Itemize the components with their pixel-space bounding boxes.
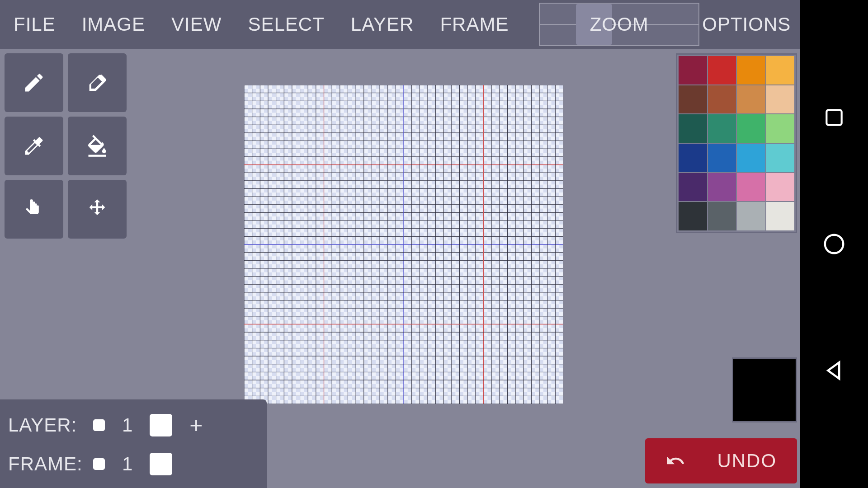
- svg-rect-3578: [360, 260, 364, 264]
- color-swatch-0[interactable]: [679, 56, 707, 84]
- tool-eyedropper[interactable]: [5, 117, 63, 175]
- color-swatch-19[interactable]: [766, 173, 795, 202]
- svg-rect-4024: [288, 288, 292, 292]
- menu-frame[interactable]: FRAME: [440, 14, 509, 35]
- menu-view[interactable]: VIEW: [171, 14, 222, 35]
- svg-rect-258: [439, 93, 443, 97]
- tool-select[interactable]: [5, 180, 63, 239]
- tool-eraser[interactable]: [68, 53, 127, 112]
- color-swatch-10[interactable]: [737, 114, 765, 143]
- svg-rect-1016: [352, 137, 356, 141]
- svg-rect-2212: [504, 192, 508, 197]
- color-swatch-2[interactable]: [737, 56, 765, 84]
- color-swatch-8[interactable]: [679, 114, 707, 143]
- svg-rect-709: [380, 117, 384, 121]
- color-swatch-13[interactable]: [708, 144, 736, 172]
- color-swatch-18[interactable]: [737, 173, 765, 202]
- menu-select[interactable]: SELECT: [248, 14, 324, 35]
- color-swatch-5[interactable]: [708, 85, 736, 114]
- menu-image[interactable]: IMAGE: [82, 14, 145, 35]
- svg-rect-1348: [376, 153, 380, 157]
- svg-rect-4437: [476, 300, 480, 305]
- svg-rect-3206: [256, 244, 260, 249]
- recent-apps-button[interactable]: [821, 104, 848, 131]
- svg-rect-152: [543, 89, 547, 93]
- svg-rect-1736: [511, 169, 515, 173]
- svg-rect-3070: [304, 236, 308, 240]
- color-swatch-7[interactable]: [766, 85, 795, 114]
- svg-rect-4779: [515, 320, 519, 324]
- svg-rect-4126: [495, 284, 500, 288]
- svg-rect-155: [547, 89, 552, 93]
- svg-rect-1288: [256, 153, 260, 157]
- color-swatch-15[interactable]: [766, 144, 795, 172]
- svg-rect-5879: [476, 376, 480, 380]
- svg-rect-2496: [432, 209, 436, 213]
- svg-rect-5357: [396, 348, 400, 352]
- color-swatch-21[interactable]: [708, 202, 736, 230]
- svg-rect-2181: [443, 188, 448, 192]
- layer-visibility-toggle[interactable]: [93, 419, 105, 431]
- color-swatch-14[interactable]: [737, 144, 765, 172]
- svg-rect-2620: [360, 216, 364, 221]
- svg-rect-1131: [260, 145, 264, 149]
- svg-rect-3640: [480, 264, 484, 268]
- svg-rect-5726: [495, 364, 500, 368]
- svg-rect-5081: [484, 332, 488, 336]
- color-swatch-9[interactable]: [708, 114, 736, 143]
- svg-rect-1809: [340, 173, 344, 177]
- back-button[interactable]: [821, 357, 848, 384]
- color-swatch-4[interactable]: [679, 85, 707, 114]
- tool-pencil[interactable]: [5, 53, 63, 112]
- color-swatch-17[interactable]: [708, 173, 736, 202]
- svg-rect-2801: [404, 221, 408, 225]
- color-swatch-23[interactable]: [766, 202, 795, 230]
- color-swatch-22[interactable]: [737, 202, 765, 230]
- frame-thumbnail[interactable]: [150, 453, 172, 475]
- color-swatch-16[interactable]: [679, 173, 707, 202]
- menu-options[interactable]: OPTIONS: [702, 14, 791, 35]
- svg-rect-3312: [463, 249, 467, 253]
- svg-rect-5686: [415, 364, 420, 368]
- zoom-slider[interactable]: ZOOM: [539, 3, 699, 46]
- color-swatch-12[interactable]: [679, 144, 707, 172]
- tool-move[interactable]: [68, 180, 127, 239]
- svg-rect-5577: [515, 356, 519, 360]
- svg-rect-3091: [340, 240, 344, 244]
- svg-rect-1529: [420, 157, 424, 161]
- home-button[interactable]: [821, 230, 848, 258]
- svg-rect-4717: [396, 316, 400, 320]
- svg-rect-5104: [528, 336, 532, 340]
- svg-rect-2651: [420, 216, 424, 221]
- svg-rect-2507: [452, 209, 456, 213]
- svg-rect-290: [504, 93, 508, 97]
- svg-rect-934: [511, 125, 515, 129]
- svg-rect-4169: [260, 292, 264, 296]
- svg-rect-4323: [244, 304, 248, 308]
- menu-file[interactable]: FILE: [14, 14, 56, 35]
- svg-rect-1431: [539, 153, 543, 157]
- svg-rect-2250: [264, 197, 268, 201]
- color-swatch-11[interactable]: [766, 114, 795, 143]
- svg-rect-3534: [272, 260, 276, 264]
- current-color-preview[interactable]: [732, 357, 797, 422]
- menu-layer[interactable]: LAYER: [351, 14, 414, 35]
- svg-rect-1163: [324, 145, 328, 149]
- pixel-canvas[interactable]: [244, 85, 563, 404]
- svg-rect-581: [443, 109, 448, 113]
- svg-rect-671: [300, 121, 304, 125]
- layer-thumbnail[interactable]: [150, 414, 172, 436]
- color-swatch-3[interactable]: [766, 56, 795, 84]
- undo-button[interactable]: UNDO: [645, 438, 797, 483]
- svg-rect-1441: [244, 157, 248, 161]
- color-swatch-20[interactable]: [679, 202, 707, 230]
- svg-rect-1142: [288, 141, 292, 145]
- frame-visibility-toggle[interactable]: [93, 458, 105, 470]
- color-swatch-1[interactable]: [708, 56, 736, 84]
- svg-rect-4578: [439, 308, 443, 312]
- svg-rect-3556: [312, 264, 316, 268]
- svg-rect-5014: [352, 332, 356, 336]
- color-swatch-6[interactable]: [737, 85, 765, 114]
- tool-bucket[interactable]: [68, 117, 127, 175]
- add-layer-button[interactable]: +: [189, 412, 203, 438]
